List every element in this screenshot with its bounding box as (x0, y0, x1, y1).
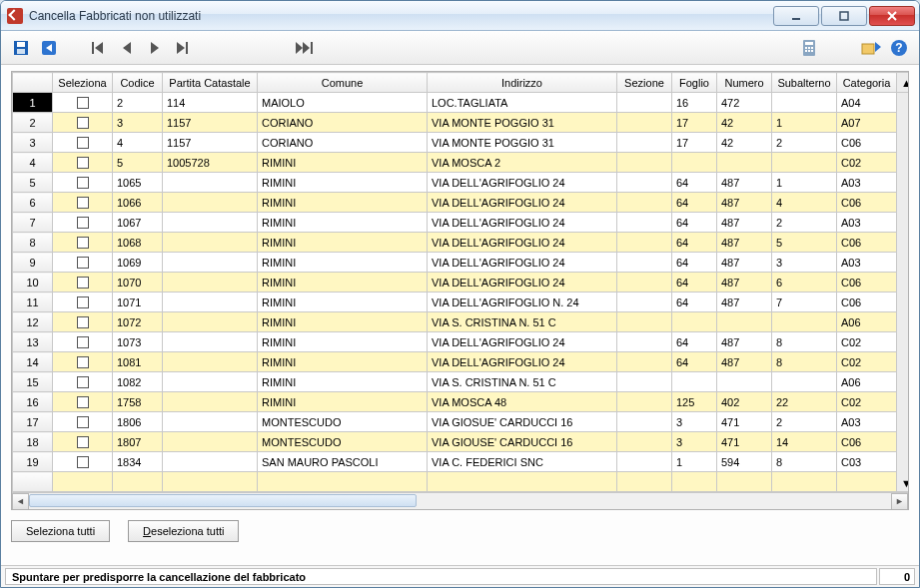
cell-subalterno[interactable]: 5 (772, 233, 837, 253)
cell-partita[interactable] (163, 293, 258, 312)
cell-sezione[interactable] (617, 93, 672, 113)
row-header[interactable]: 7 (13, 213, 53, 233)
cell-foglio[interactable]: 3 (672, 412, 717, 432)
cell-sezione[interactable] (617, 233, 672, 253)
col-partita[interactable]: Partita Catastale (163, 73, 258, 93)
cell-foglio[interactable]: 64 (672, 253, 717, 273)
cell-indirizzo[interactable]: VIA GIOUSE' CARDUCCI 16 (428, 432, 617, 452)
cell-foglio[interactable]: 16 (672, 93, 717, 113)
table-row[interactable]: 141081RIMINIVIA DELL'AGRIFOGLIO 24644878… (13, 352, 909, 372)
checkbox[interactable] (77, 376, 89, 388)
cell-comune[interactable]: RIMINI (258, 253, 428, 273)
cell-subalterno[interactable]: 1 (772, 113, 837, 133)
cell-partita[interactable] (163, 233, 258, 253)
cell-numero[interactable] (717, 312, 772, 332)
cell-categoria[interactable]: A03 (837, 412, 897, 432)
cell-partita[interactable] (163, 372, 258, 392)
row-header[interactable]: 4 (13, 153, 53, 173)
cell-comune[interactable]: RIMINI (258, 372, 428, 392)
checkbox[interactable] (77, 97, 89, 109)
checkbox[interactable] (77, 396, 89, 408)
cell-subalterno[interactable]: 3 (772, 253, 837, 273)
cell-indirizzo[interactable]: VIA MOSCA 2 (428, 153, 617, 173)
cell-seleziona[interactable] (53, 153, 113, 173)
cell-partita[interactable] (163, 253, 258, 273)
cell-categoria[interactable]: A03 (837, 213, 897, 233)
table-row[interactable]: 191834SAN MAURO PASCOLIVIA C. FEDERICI S… (13, 452, 909, 472)
cell-seleziona[interactable] (53, 113, 113, 133)
cell-indirizzo[interactable]: VIA DELL'AGRIFOGLIO 24 (428, 213, 617, 233)
cell-comune[interactable]: RIMINI (258, 352, 428, 372)
cell-comune[interactable]: MONTESCUDO (258, 412, 428, 432)
cell-indirizzo[interactable]: VIA DELL'AGRIFOGLIO 24 (428, 173, 617, 193)
cell-comune[interactable]: SAN MAURO PASCOLI (258, 452, 428, 472)
cell-numero[interactable]: 472 (717, 93, 772, 113)
cell-indirizzo[interactable]: VIA MONTE POGGIO 31 (428, 113, 617, 133)
cell-foglio[interactable] (672, 153, 717, 173)
row-header[interactable]: 9 (13, 253, 53, 273)
cell-seleziona[interactable] (53, 352, 113, 372)
cell-partita[interactable] (163, 332, 258, 352)
checkbox[interactable] (77, 416, 89, 428)
row-header[interactable]: 11 (13, 293, 53, 312)
cell-sezione[interactable] (617, 332, 672, 352)
table-row[interactable]: 61066RIMINIVIA DELL'AGRIFOGLIO 24644874C… (13, 193, 909, 213)
checkbox[interactable] (77, 436, 89, 448)
cell-partita[interactable] (163, 432, 258, 452)
cell-indirizzo[interactable]: VIA S. CRISTINA N. 51 C (428, 372, 617, 392)
table-row[interactable]: 51065RIMINIVIA DELL'AGRIFOGLIO 24644871A… (13, 173, 909, 193)
cell-codice[interactable]: 2 (113, 93, 163, 113)
cell-subalterno[interactable]: 2 (772, 133, 837, 153)
cell-numero[interactable] (717, 372, 772, 392)
cell-subalterno[interactable]: 2 (772, 412, 837, 432)
cell-codice[interactable]: 3 (113, 113, 163, 133)
cell-numero[interactable]: 487 (717, 213, 772, 233)
cell-comune[interactable]: RIMINI (258, 273, 428, 293)
row-header[interactable]: 13 (13, 332, 53, 352)
row-header[interactable]: 19 (13, 452, 53, 472)
table-row[interactable]: 121072RIMINIVIA S. CRISTINA N. 51 CA06 (13, 312, 909, 332)
cell-codice[interactable]: 1071 (113, 293, 163, 312)
cell-subalterno[interactable] (772, 372, 837, 392)
cell-categoria[interactable]: C02 (837, 392, 897, 412)
cell-partita[interactable] (163, 452, 258, 472)
nav-prev-icon[interactable] (115, 36, 139, 60)
cell-partita[interactable] (163, 273, 258, 293)
cell-indirizzo[interactable]: LOC.TAGLIATA (428, 93, 617, 113)
cell-foglio[interactable]: 64 (672, 193, 717, 213)
checkbox[interactable] (77, 336, 89, 348)
cell-indirizzo[interactable]: VIA DELL'AGRIFOGLIO 24 (428, 253, 617, 273)
table-row[interactable]: 111071RIMINIVIA DELL'AGRIFOGLIO N. 24644… (13, 293, 909, 312)
cell-indirizzo[interactable]: VIA S. CRISTINA N. 51 C (428, 312, 617, 332)
cell-numero[interactable]: 487 (717, 193, 772, 213)
cell-seleziona[interactable] (53, 332, 113, 352)
cell-foglio[interactable] (672, 312, 717, 332)
cell-sezione[interactable] (617, 392, 672, 412)
cell-seleziona[interactable] (53, 173, 113, 193)
cell-subalterno[interactable]: 2 (772, 213, 837, 233)
col-numero[interactable]: Numero (717, 73, 772, 93)
cell-foglio[interactable]: 64 (672, 173, 717, 193)
cell-categoria[interactable]: A04 (837, 93, 897, 113)
cell-seleziona[interactable] (53, 392, 113, 412)
cell-categoria[interactable]: C06 (837, 193, 897, 213)
cell-codice[interactable]: 1082 (113, 372, 163, 392)
checkbox[interactable] (77, 157, 89, 169)
cell-foglio[interactable]: 64 (672, 352, 717, 372)
row-header[interactable]: 8 (13, 233, 53, 253)
col-seleziona[interactable]: Seleziona (53, 73, 113, 93)
fast-forward-icon[interactable] (293, 36, 317, 60)
cell-subalterno[interactable]: 7 (772, 293, 837, 312)
table-row[interactable]: 181807MONTESCUDOVIA GIOUSE' CARDUCCI 163… (13, 432, 909, 452)
cell-seleziona[interactable] (53, 93, 113, 113)
col-indirizzo[interactable]: Indirizzo (428, 73, 617, 93)
col-subalterno[interactable]: Subalterno (772, 73, 837, 93)
cell-indirizzo[interactable]: VIA DELL'AGRIFOGLIO 24 (428, 193, 617, 213)
nav-first-icon[interactable] (87, 36, 111, 60)
cell-sezione[interactable] (617, 412, 672, 432)
cell-indirizzo[interactable]: VIA DELL'AGRIFOGLIO 24 (428, 233, 617, 253)
help-icon[interactable]: ? (887, 36, 911, 60)
cell-codice[interactable]: 1070 (113, 273, 163, 293)
cell-sezione[interactable] (617, 253, 672, 273)
cell-seleziona[interactable] (53, 233, 113, 253)
